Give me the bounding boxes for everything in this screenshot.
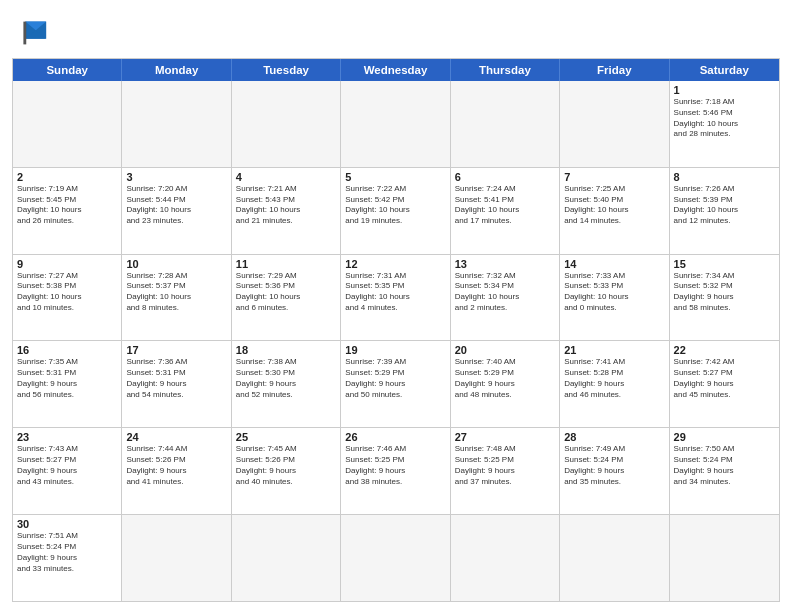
day-info: Sunrise: 7:20 AM Sunset: 5:44 PM Dayligh…: [126, 184, 226, 227]
day-number: 14: [564, 258, 664, 270]
weekday-header-thursday: Thursday: [451, 59, 560, 81]
day-number: 7: [564, 171, 664, 183]
day-info: Sunrise: 7:35 AM Sunset: 5:31 PM Dayligh…: [17, 357, 117, 400]
calendar: SundayMondayTuesdayWednesdayThursdayFrid…: [12, 58, 780, 602]
day-number: 27: [455, 431, 555, 443]
day-number: 18: [236, 344, 336, 356]
day-cell-20: 20Sunrise: 7:40 AM Sunset: 5:29 PM Dayli…: [451, 341, 560, 427]
day-info: Sunrise: 7:48 AM Sunset: 5:25 PM Dayligh…: [455, 444, 555, 487]
day-info: Sunrise: 7:28 AM Sunset: 5:37 PM Dayligh…: [126, 271, 226, 314]
weekday-header-friday: Friday: [560, 59, 669, 81]
day-cell-2: 2Sunrise: 7:19 AM Sunset: 5:45 PM Daylig…: [13, 168, 122, 254]
day-cell-4: 4Sunrise: 7:21 AM Sunset: 5:43 PM Daylig…: [232, 168, 341, 254]
day-info: Sunrise: 7:50 AM Sunset: 5:24 PM Dayligh…: [674, 444, 775, 487]
day-info: Sunrise: 7:19 AM Sunset: 5:45 PM Dayligh…: [17, 184, 117, 227]
day-info: Sunrise: 7:32 AM Sunset: 5:34 PM Dayligh…: [455, 271, 555, 314]
page: SundayMondayTuesdayWednesdayThursdayFrid…: [0, 0, 792, 612]
day-cell-empty-5-1: [122, 515, 231, 601]
day-cell-18: 18Sunrise: 7:38 AM Sunset: 5:30 PM Dayli…: [232, 341, 341, 427]
day-cell-28: 28Sunrise: 7:49 AM Sunset: 5:24 PM Dayli…: [560, 428, 669, 514]
day-number: 22: [674, 344, 775, 356]
day-cell-13: 13Sunrise: 7:32 AM Sunset: 5:34 PM Dayli…: [451, 255, 560, 341]
day-cell-7: 7Sunrise: 7:25 AM Sunset: 5:40 PM Daylig…: [560, 168, 669, 254]
calendar-row-1: 2Sunrise: 7:19 AM Sunset: 5:45 PM Daylig…: [13, 167, 779, 254]
day-cell-17: 17Sunrise: 7:36 AM Sunset: 5:31 PM Dayli…: [122, 341, 231, 427]
day-cell-23: 23Sunrise: 7:43 AM Sunset: 5:27 PM Dayli…: [13, 428, 122, 514]
day-number: 29: [674, 431, 775, 443]
day-cell-9: 9Sunrise: 7:27 AM Sunset: 5:38 PM Daylig…: [13, 255, 122, 341]
day-number: 25: [236, 431, 336, 443]
day-info: Sunrise: 7:43 AM Sunset: 5:27 PM Dayligh…: [17, 444, 117, 487]
day-info: Sunrise: 7:41 AM Sunset: 5:28 PM Dayligh…: [564, 357, 664, 400]
day-cell-22: 22Sunrise: 7:42 AM Sunset: 5:27 PM Dayli…: [670, 341, 779, 427]
day-info: Sunrise: 7:33 AM Sunset: 5:33 PM Dayligh…: [564, 271, 664, 314]
day-number: 8: [674, 171, 775, 183]
day-info: Sunrise: 7:21 AM Sunset: 5:43 PM Dayligh…: [236, 184, 336, 227]
day-cell-30: 30Sunrise: 7:51 AM Sunset: 5:24 PM Dayli…: [13, 515, 122, 601]
calendar-row-5: 30Sunrise: 7:51 AM Sunset: 5:24 PM Dayli…: [13, 514, 779, 601]
day-info: Sunrise: 7:45 AM Sunset: 5:26 PM Dayligh…: [236, 444, 336, 487]
day-cell-16: 16Sunrise: 7:35 AM Sunset: 5:31 PM Dayli…: [13, 341, 122, 427]
day-info: Sunrise: 7:38 AM Sunset: 5:30 PM Dayligh…: [236, 357, 336, 400]
day-cell-empty-0-3: [341, 81, 450, 167]
day-info: Sunrise: 7:40 AM Sunset: 5:29 PM Dayligh…: [455, 357, 555, 400]
day-info: Sunrise: 7:36 AM Sunset: 5:31 PM Dayligh…: [126, 357, 226, 400]
day-info: Sunrise: 7:22 AM Sunset: 5:42 PM Dayligh…: [345, 184, 445, 227]
day-number: 9: [17, 258, 117, 270]
day-number: 5: [345, 171, 445, 183]
day-number: 23: [17, 431, 117, 443]
day-number: 12: [345, 258, 445, 270]
weekday-header-monday: Monday: [122, 59, 231, 81]
day-cell-empty-0-1: [122, 81, 231, 167]
day-info: Sunrise: 7:34 AM Sunset: 5:32 PM Dayligh…: [674, 271, 775, 314]
day-info: Sunrise: 7:42 AM Sunset: 5:27 PM Dayligh…: [674, 357, 775, 400]
day-info: Sunrise: 7:26 AM Sunset: 5:39 PM Dayligh…: [674, 184, 775, 227]
day-number: 21: [564, 344, 664, 356]
logo: [12, 14, 54, 52]
day-number: 13: [455, 258, 555, 270]
weekday-header-tuesday: Tuesday: [232, 59, 341, 81]
day-cell-empty-5-5: [560, 515, 669, 601]
day-info: Sunrise: 7:51 AM Sunset: 5:24 PM Dayligh…: [17, 531, 117, 574]
day-cell-8: 8Sunrise: 7:26 AM Sunset: 5:39 PM Daylig…: [670, 168, 779, 254]
logo-icon: [12, 14, 50, 52]
day-number: 24: [126, 431, 226, 443]
day-cell-27: 27Sunrise: 7:48 AM Sunset: 5:25 PM Dayli…: [451, 428, 560, 514]
day-cell-5: 5Sunrise: 7:22 AM Sunset: 5:42 PM Daylig…: [341, 168, 450, 254]
day-info: Sunrise: 7:29 AM Sunset: 5:36 PM Dayligh…: [236, 271, 336, 314]
weekday-header-saturday: Saturday: [670, 59, 779, 81]
weekday-header-sunday: Sunday: [13, 59, 122, 81]
day-cell-25: 25Sunrise: 7:45 AM Sunset: 5:26 PM Dayli…: [232, 428, 341, 514]
day-cell-15: 15Sunrise: 7:34 AM Sunset: 5:32 PM Dayli…: [670, 255, 779, 341]
day-cell-empty-5-6: [670, 515, 779, 601]
day-number: 16: [17, 344, 117, 356]
day-number: 11: [236, 258, 336, 270]
day-cell-19: 19Sunrise: 7:39 AM Sunset: 5:29 PM Dayli…: [341, 341, 450, 427]
day-cell-12: 12Sunrise: 7:31 AM Sunset: 5:35 PM Dayli…: [341, 255, 450, 341]
day-info: Sunrise: 7:24 AM Sunset: 5:41 PM Dayligh…: [455, 184, 555, 227]
day-info: Sunrise: 7:49 AM Sunset: 5:24 PM Dayligh…: [564, 444, 664, 487]
day-number: 6: [455, 171, 555, 183]
header: [12, 10, 780, 52]
day-cell-29: 29Sunrise: 7:50 AM Sunset: 5:24 PM Dayli…: [670, 428, 779, 514]
calendar-body: 1Sunrise: 7:18 AM Sunset: 5:46 PM Daylig…: [13, 81, 779, 601]
day-cell-26: 26Sunrise: 7:46 AM Sunset: 5:25 PM Dayli…: [341, 428, 450, 514]
day-number: 2: [17, 171, 117, 183]
day-info: Sunrise: 7:18 AM Sunset: 5:46 PM Dayligh…: [674, 97, 775, 140]
day-cell-empty-0-0: [13, 81, 122, 167]
calendar-row-4: 23Sunrise: 7:43 AM Sunset: 5:27 PM Dayli…: [13, 427, 779, 514]
day-cell-empty-0-5: [560, 81, 669, 167]
day-info: Sunrise: 7:44 AM Sunset: 5:26 PM Dayligh…: [126, 444, 226, 487]
day-info: Sunrise: 7:46 AM Sunset: 5:25 PM Dayligh…: [345, 444, 445, 487]
day-cell-11: 11Sunrise: 7:29 AM Sunset: 5:36 PM Dayli…: [232, 255, 341, 341]
calendar-row-3: 16Sunrise: 7:35 AM Sunset: 5:31 PM Dayli…: [13, 340, 779, 427]
day-number: 26: [345, 431, 445, 443]
day-number: 20: [455, 344, 555, 356]
day-cell-1: 1Sunrise: 7:18 AM Sunset: 5:46 PM Daylig…: [670, 81, 779, 167]
day-cell-empty-5-2: [232, 515, 341, 601]
day-cell-empty-5-3: [341, 515, 450, 601]
day-cell-3: 3Sunrise: 7:20 AM Sunset: 5:44 PM Daylig…: [122, 168, 231, 254]
day-number: 1: [674, 84, 775, 96]
day-number: 3: [126, 171, 226, 183]
day-info: Sunrise: 7:25 AM Sunset: 5:40 PM Dayligh…: [564, 184, 664, 227]
